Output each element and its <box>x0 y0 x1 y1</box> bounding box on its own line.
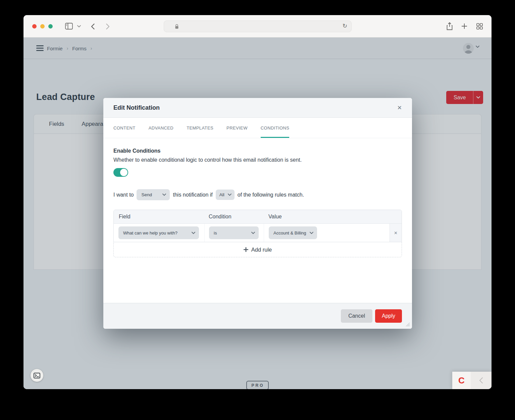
sentence-middle: this notification if <box>173 192 212 198</box>
share-icon[interactable] <box>447 22 453 30</box>
browser-toolbar: ↻ <box>23 15 492 38</box>
close-window-button[interactable] <box>32 24 37 29</box>
chevron-down-icon <box>251 232 255 234</box>
new-tab-icon[interactable] <box>461 23 467 29</box>
back-icon[interactable] <box>91 23 95 30</box>
resize-handle[interactable] <box>405 321 410 327</box>
rules-table-header: Field Condition Value <box>114 210 402 224</box>
chevron-down-icon <box>310 232 313 234</box>
craft-logo[interactable]: C <box>452 372 471 389</box>
tab-preview[interactable]: PREVIEW <box>226 118 248 138</box>
field-column-header: Field <box>114 214 204 220</box>
chevron-down-icon <box>228 194 231 196</box>
address-bar[interactable]: ↻ <box>164 20 352 32</box>
modal-tab-bar: CONTENT ADVANCED TEMPLATES PREVIEW CONDI… <box>103 118 412 138</box>
enable-conditions-heading: Enable Conditions <box>113 148 402 154</box>
debug-terminal-button[interactable] <box>31 369 43 382</box>
close-icon[interactable]: ✕ <box>397 104 402 111</box>
widget-chevron-left-icon[interactable] <box>471 372 492 389</box>
forward-icon[interactable] <box>106 23 110 30</box>
value-column-header: Value <box>264 214 402 220</box>
add-rule-label: Add rule <box>251 247 272 253</box>
condition-column-header: Condition <box>204 214 264 220</box>
modal-footer: Cancel Apply <box>103 303 412 329</box>
plus-icon <box>244 247 248 252</box>
rule-field-select[interactable]: What can we help you with? <box>118 226 199 239</box>
zoom-window-button[interactable] <box>48 24 53 29</box>
rule-row: What can we help you with? is Account & … <box>114 224 402 242</box>
tab-templates[interactable]: TEMPLATES <box>187 118 213 138</box>
enable-conditions-toggle[interactable] <box>113 168 128 177</box>
chevron-down-icon[interactable] <box>77 25 81 28</box>
rules-table: Field Condition Value What can we help y… <box>113 210 402 242</box>
tab-advanced[interactable]: ADVANCED <box>149 118 173 138</box>
modal-body: Enable Conditions Whether to enable cond… <box>103 138 412 303</box>
chevron-down-icon <box>162 194 166 196</box>
match-type-select[interactable]: All <box>216 190 235 200</box>
browser-window: ↻ Formie › Forms › <box>23 15 492 389</box>
edit-notification-modal: Edit Notification ✕ CONTENT ADVANCED TEM… <box>103 98 412 329</box>
craft-support-widget: C <box>452 372 492 389</box>
cancel-button[interactable]: Cancel <box>341 309 372 323</box>
sidebar-icon[interactable] <box>65 23 73 30</box>
rule-condition-select[interactable]: is <box>209 226 259 239</box>
enable-conditions-description: Whether to enable conditional logic to c… <box>113 157 402 163</box>
send-select[interactable]: Send <box>137 189 170 200</box>
tab-overview-icon[interactable] <box>476 23 483 30</box>
chevron-down-icon <box>192 232 195 234</box>
rule-value-select[interactable]: Account & Billing <box>269 226 317 239</box>
minimize-window-button[interactable] <box>40 24 45 29</box>
modal-title: Edit Notification <box>113 104 397 111</box>
conditions-sentence: I want to Send this notification if All … <box>113 189 402 200</box>
sentence-prefix: I want to <box>113 192 134 198</box>
apply-button[interactable]: Apply <box>375 309 402 323</box>
tab-conditions[interactable]: CONDITIONS <box>261 118 290 138</box>
terminal-icon <box>34 373 40 378</box>
modal-header: Edit Notification ✕ <box>103 98 412 118</box>
reload-icon[interactable]: ↻ <box>343 22 347 30</box>
delete-rule-button[interactable]: ✕ <box>390 224 402 242</box>
add-rule-button[interactable]: Add rule <box>113 242 402 257</box>
tab-content[interactable]: CONTENT <box>113 118 136 138</box>
lock-icon <box>175 24 179 29</box>
sentence-suffix: of the following rules match. <box>238 192 304 198</box>
